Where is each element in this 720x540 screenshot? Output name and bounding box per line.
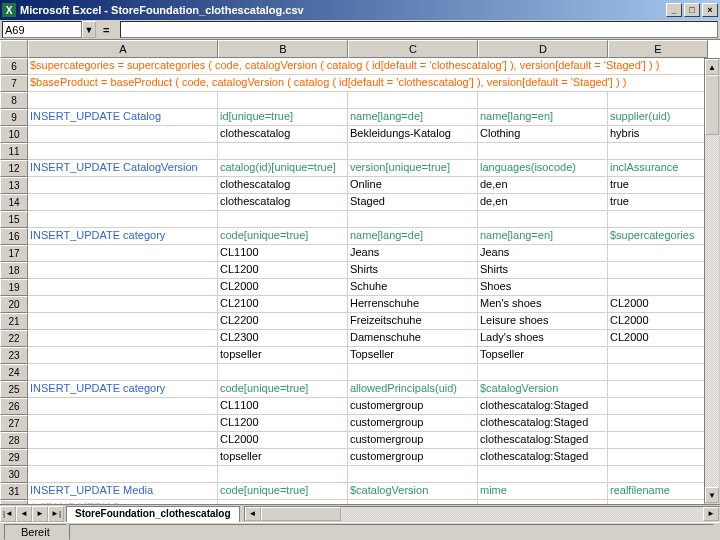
cell[interactable]: Jeans <box>478 245 608 262</box>
cell[interactable]: $catalogVersion <box>348 483 478 500</box>
cell[interactable] <box>608 381 708 398</box>
cell[interactable]: code[unique=true] <box>218 483 348 500</box>
cell[interactable]: topseller <box>218 449 348 466</box>
cell[interactable] <box>218 364 348 381</box>
cell[interactable]: CL2000 <box>608 296 708 313</box>
titlebar[interactable]: X Microsoft Excel - StoreFoundation_clot… <box>0 0 720 20</box>
cell[interactable]: customergroup <box>348 449 478 466</box>
cell[interactable] <box>608 279 708 296</box>
row-header[interactable]: 32 <box>0 500 28 504</box>
row-header[interactable]: 24 <box>0 364 28 381</box>
cell[interactable] <box>348 211 478 228</box>
cell[interactable]: INSERT_UPDATE Catalog <box>28 109 218 126</box>
cell[interactable] <box>478 466 608 483</box>
minimize-button[interactable]: _ <box>666 3 682 17</box>
cell[interactable]: languages(isocode) <box>478 160 608 177</box>
row-header[interactable]: 23 <box>0 347 28 364</box>
cell[interactable]: CL2000 <box>608 313 708 330</box>
col-header-E[interactable]: E <box>608 40 708 58</box>
cell[interactable]: Bekleidungs-Katalog <box>348 126 478 143</box>
cell[interactable] <box>28 262 218 279</box>
cell[interactable]: code[unique=true] <box>218 228 348 245</box>
cell[interactable]: $catalogVersion <box>478 381 608 398</box>
cell[interactable] <box>608 143 708 160</box>
vertical-scrollbar[interactable]: ▲ ▼ <box>704 58 720 504</box>
cell[interactable]: CL1200 <box>218 262 348 279</box>
cell[interactable]: realfilename <box>608 483 708 500</box>
cell[interactable]: INSERT_UPDATE Media <box>28 483 218 500</box>
scroll-right-button[interactable]: ► <box>703 507 719 521</box>
cell[interactable] <box>218 143 348 160</box>
row-header[interactable]: 28 <box>0 432 28 449</box>
row-header[interactable]: 25 <box>0 381 28 398</box>
sheet-tab[interactable]: StoreFoundation_clothescatalog <box>66 506 240 522</box>
cell[interactable] <box>28 432 218 449</box>
cell[interactable]: Damenschuhe <box>348 330 478 347</box>
row-header[interactable]: 12 <box>0 160 28 177</box>
cell[interactable] <box>608 347 708 364</box>
row-header[interactable]: 26 <box>0 398 28 415</box>
cell[interactable]: $supercategories = supercategories ( cod… <box>28 58 708 75</box>
cell[interactable] <box>478 92 608 109</box>
cell[interactable] <box>608 449 708 466</box>
cell[interactable] <box>348 500 478 504</box>
cell[interactable]: topseller <box>218 347 348 364</box>
row-header[interactable]: 7 <box>0 75 28 92</box>
cell[interactable] <box>608 466 708 483</box>
cell[interactable]: clothescatalog:Staged <box>478 398 608 415</box>
cell[interactable] <box>608 500 708 504</box>
cell[interactable]: clothescatalog <box>218 177 348 194</box>
cell[interactable]: clothescatalog <box>218 194 348 211</box>
cell[interactable] <box>28 126 218 143</box>
vscroll-thumb[interactable] <box>705 75 719 135</box>
cell[interactable] <box>478 211 608 228</box>
row-header[interactable]: 18 <box>0 262 28 279</box>
cell[interactable] <box>608 432 708 449</box>
row-header[interactable]: 14 <box>0 194 28 211</box>
row-header[interactable]: 30 <box>0 466 28 483</box>
row-header[interactable]: 9 <box>0 109 28 126</box>
cell[interactable]: Online <box>348 177 478 194</box>
cell[interactable]: Clothing <box>478 126 608 143</box>
cell[interactable]: CL2000 <box>608 330 708 347</box>
cell[interactable] <box>28 177 218 194</box>
cell[interactable] <box>608 92 708 109</box>
scroll-up-button[interactable]: ▲ <box>705 59 719 75</box>
cell[interactable]: de,en <box>478 194 608 211</box>
cell[interactable]: catalog(id)[unique=true] <box>218 160 348 177</box>
row-header[interactable]: 27 <box>0 415 28 432</box>
col-header-B[interactable]: B <box>218 40 348 58</box>
row-header[interactable]: 20 <box>0 296 28 313</box>
cell[interactable] <box>608 211 708 228</box>
cell[interactable]: mime <box>478 483 608 500</box>
row-header[interactable]: 31 <box>0 483 28 500</box>
cell[interactable]: clothescatalog:Staged <box>478 432 608 449</box>
cell[interactable] <box>218 500 348 504</box>
cell[interactable]: version[unique=true] <box>348 160 478 177</box>
row-header[interactable]: 19 <box>0 279 28 296</box>
maximize-button[interactable]: □ <box>684 3 700 17</box>
cell[interactable] <box>608 415 708 432</box>
row-header[interactable]: 29 <box>0 449 28 466</box>
cell[interactable]: clothescatalog:Staged <box>478 449 608 466</box>
col-header-D[interactable]: D <box>478 40 608 58</box>
cell[interactable] <box>28 92 218 109</box>
cell[interactable] <box>28 245 218 262</box>
cell[interactable]: Leisure shoes <box>478 313 608 330</box>
cell[interactable] <box>28 279 218 296</box>
cell[interactable]: Shirts <box>478 262 608 279</box>
select-all-corner[interactable] <box>0 40 28 58</box>
cell[interactable]: CL1100 <box>218 245 348 262</box>
cell[interactable]: name[lang=en] <box>478 228 608 245</box>
cell[interactable] <box>28 415 218 432</box>
cell[interactable] <box>218 92 348 109</box>
cell[interactable] <box>348 143 478 160</box>
cell[interactable]: clothescatalog <box>218 126 348 143</box>
cell[interactable]: Schuhe <box>348 279 478 296</box>
cell[interactable]: true <box>608 194 708 211</box>
cell[interactable] <box>608 364 708 381</box>
cell[interactable] <box>28 330 218 347</box>
cell[interactable]: CL2200 <box>218 313 348 330</box>
row-header[interactable]: 22 <box>0 330 28 347</box>
cell[interactable] <box>28 398 218 415</box>
